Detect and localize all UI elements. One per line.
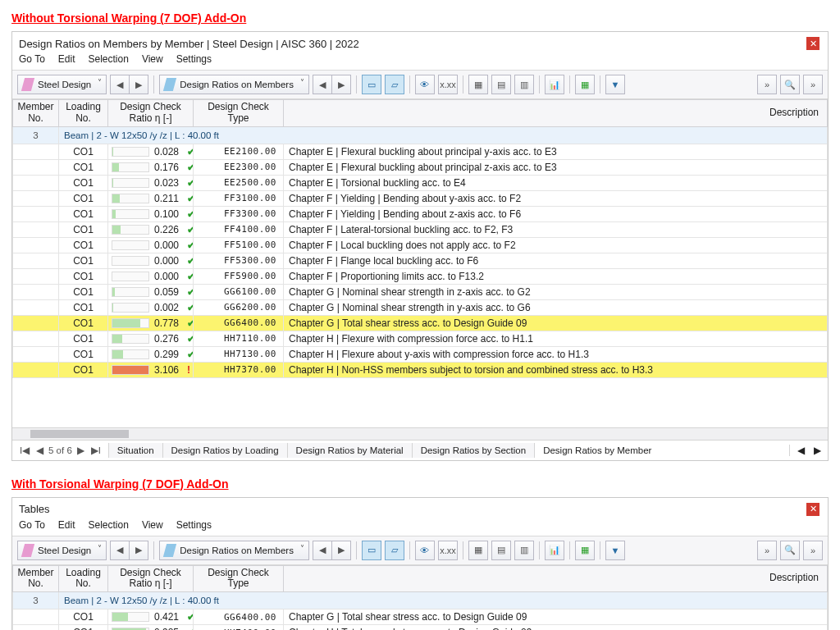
ratio-cell: 0.100 ✔ (108, 206, 194, 221)
grid-icon[interactable]: ▦ (468, 541, 488, 560)
last-icon[interactable]: ▶I (90, 445, 102, 456)
check-icon: ✔ (187, 302, 193, 313)
excel-icon[interactable]: ▦ (575, 541, 595, 560)
col-type[interactable]: Design Check Type (194, 100, 284, 127)
select-rect-icon[interactable]: ▭ (362, 541, 381, 560)
filter-icon[interactable]: ▼ (605, 75, 625, 94)
menubar-a: Go To Edit Selection View Settings (12, 52, 828, 70)
description-cell: Chapter F | Lateral-torsional buckling a… (284, 221, 828, 237)
col-member[interactable]: Member No. (13, 100, 59, 127)
menu-selection[interactable]: Selection (89, 53, 129, 65)
type-cell: HH7130.00 (194, 346, 284, 362)
grid-icon[interactable]: ▦ (468, 75, 488, 94)
window-title-a: Design Ratios on Members by Member | Ste… (19, 38, 806, 50)
tab-scroll-right-icon[interactable]: ▶ (811, 445, 823, 456)
menu-goto[interactable]: Go To (19, 519, 45, 531)
next-icon[interactable]: ▶ (130, 541, 148, 560)
description-cell: Chapter G | Total shear stress acc. to D… (284, 609, 828, 625)
col-ratio[interactable]: Design Check Ratio η [-] (108, 565, 194, 592)
menu-goto[interactable]: Go To (19, 53, 45, 65)
tab-design-ratios-by-member[interactable]: Design Ratios by Member (534, 443, 660, 458)
category-combo[interactable]: Steel Design (17, 541, 107, 560)
check-icon: ✔ (187, 162, 193, 173)
description-cell: Chapter G | Total shear stress acc. to D… (284, 315, 828, 331)
more-icon[interactable]: » (757, 75, 777, 94)
close-icon[interactable]: ✕ (806, 37, 819, 50)
menu-view[interactable]: View (142, 53, 163, 65)
table-combo[interactable]: Design Ratios on Members (159, 75, 309, 94)
member-cell (13, 253, 59, 268)
select-poly-icon[interactable]: ▱ (385, 541, 404, 560)
eye-icon[interactable]: 👁 (415, 541, 435, 560)
prev-icon[interactable]: ◀ (110, 75, 130, 94)
warning-icon: ! (187, 364, 190, 376)
find-icon[interactable]: 🔍 (780, 541, 800, 560)
card2-icon[interactable]: ▥ (514, 541, 534, 560)
loading-cell: CO1 (59, 315, 108, 331)
ratio-cell: 0.000 ✔ (108, 253, 194, 268)
decimals-icon[interactable]: x.xx (438, 75, 458, 94)
description-cell: Chapter G | Nominal shear strength in y-… (284, 299, 828, 315)
member-cell (13, 144, 59, 159)
eye-icon[interactable]: 👁 (415, 75, 435, 94)
col-desc[interactable]: Description (284, 100, 828, 127)
more-icon[interactable]: » (757, 541, 777, 560)
prev-icon[interactable]: ◀ (34, 445, 45, 456)
tab-design-ratios-by-loading[interactable]: Design Ratios by Loading (162, 443, 287, 458)
tab-design-ratios-by-material[interactable]: Design Ratios by Material (287, 443, 412, 458)
menu-settings[interactable]: Settings (176, 519, 212, 531)
next-icon[interactable]: ▶ (75, 445, 87, 456)
chart-icon[interactable]: 📊 (545, 541, 564, 560)
menu-edit[interactable]: Edit (58, 53, 75, 65)
description-cell: Chapter F | Yielding | Bending about y-a… (284, 190, 828, 206)
ratio-cell: 0.299 ✔ (108, 346, 194, 362)
select-poly-icon[interactable]: ▱ (385, 75, 404, 94)
card2-icon[interactable]: ▥ (514, 75, 534, 94)
close-icon[interactable]: ✕ (806, 503, 819, 516)
member-cell (13, 284, 59, 299)
group-header[interactable]: Beam | 2 - W 12x50 /y /z | L : 40.00 ft (59, 126, 828, 144)
col-type[interactable]: Design Check Type (194, 565, 284, 592)
decimals-icon[interactable]: x.xx (438, 541, 458, 560)
menu-selection[interactable]: Selection (89, 519, 129, 531)
col-loading[interactable]: Loading No. (59, 100, 108, 127)
category-combo[interactable]: Steel Design (17, 75, 107, 94)
col-member[interactable]: Member No. (13, 565, 59, 592)
more2-icon[interactable]: » (803, 75, 823, 94)
col-ratio[interactable]: Design Check Ratio η [-] (108, 100, 194, 127)
card-icon[interactable]: ▤ (491, 75, 511, 94)
excel-icon[interactable]: ▦ (575, 75, 595, 94)
col-desc[interactable]: Description (284, 565, 828, 592)
menu-settings[interactable]: Settings (176, 53, 212, 65)
results-table-b: Member No. Loading No. Design Check Rati… (12, 565, 828, 630)
col-loading[interactable]: Loading No. (59, 565, 108, 592)
first-icon[interactable]: I◀ (19, 445, 30, 456)
chart-icon[interactable]: 📊 (545, 75, 564, 94)
tab-design-ratios-by-section[interactable]: Design Ratios by Section (412, 443, 534, 458)
more2-icon[interactable]: » (803, 541, 823, 560)
find-icon[interactable]: 🔍 (780, 75, 800, 94)
filter-icon[interactable]: ▼ (605, 541, 625, 560)
next-icon[interactable]: ▶ (332, 541, 351, 560)
card-icon[interactable]: ▤ (491, 541, 511, 560)
description-cell: Chapter E | Flexural buckling about prin… (284, 159, 828, 175)
tab-scroll-left-icon[interactable]: ◀ (795, 445, 806, 456)
prev-icon[interactable]: ◀ (313, 75, 332, 94)
member-cell (13, 268, 59, 284)
member-cell (13, 159, 59, 175)
next-icon[interactable]: ▶ (130, 75, 148, 94)
check-icon: ✔ (187, 271, 193, 282)
group-header[interactable]: Beam | 2 - W 12x50 /y /z | L : 40.00 ft (59, 592, 828, 609)
hscroll[interactable] (12, 427, 828, 440)
member-no: 3 (13, 126, 59, 144)
description-cell: Chapter E | Flexural buckling about prin… (284, 144, 828, 159)
tab-situation[interactable]: Situation (108, 443, 162, 458)
next-icon[interactable]: ▶ (332, 75, 351, 94)
menu-view[interactable]: View (142, 519, 163, 531)
member-cell (13, 175, 59, 190)
menu-edit[interactable]: Edit (58, 519, 75, 531)
select-rect-icon[interactable]: ▭ (362, 75, 381, 94)
prev-icon[interactable]: ◀ (313, 541, 332, 560)
table-combo[interactable]: Design Ratios on Members (159, 541, 309, 560)
prev-icon[interactable]: ◀ (110, 541, 130, 560)
